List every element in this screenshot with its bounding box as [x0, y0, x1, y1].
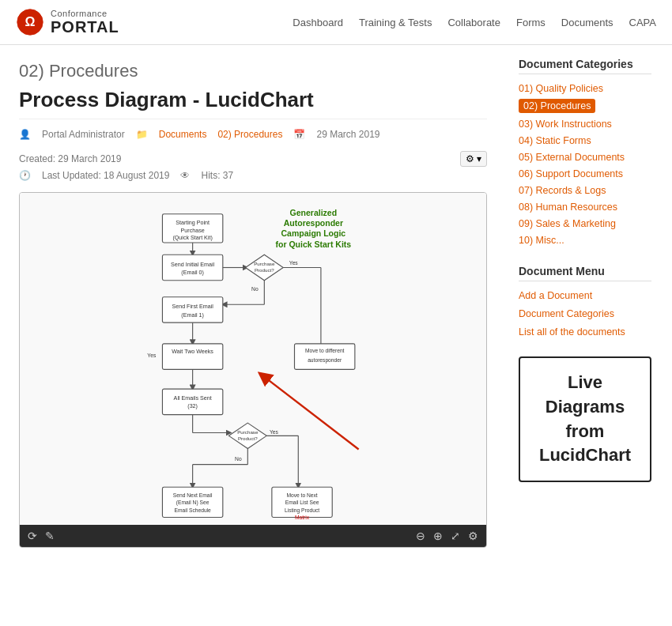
sidebar: Document Categories 01) Quality Policies…	[506, 45, 664, 564]
subfolder-link[interactable]: 02) Procedures	[217, 129, 282, 140]
settings-button[interactable]: ⚙ ▾	[460, 151, 487, 167]
svg-text:for Quick Start Kits: for Quick Start Kits	[276, 239, 352, 249]
svg-text:Listing Product: Listing Product	[285, 507, 319, 514]
meta-row-2: 🕐 Last Updated: 18 August 2019 👁 Hits: 3…	[19, 170, 487, 181]
svg-text:Send First Email: Send First Email	[172, 304, 213, 310]
meta-row-1: 👤 Portal Administrator 📁 Documents 02) P…	[19, 129, 487, 167]
category-link-8[interactable]: 08) Human Resources	[519, 202, 617, 213]
category-link-5[interactable]: 05) External Documents	[519, 152, 625, 163]
clock-icon: 🕐	[19, 170, 31, 181]
svg-text:(Quick Start Kit): (Quick Start Kit)	[172, 235, 212, 241]
date-posted: 29 March 2019	[316, 129, 379, 140]
category-item-3: 03) Work Instructions	[519, 118, 651, 130]
logo-portal: PORTAL	[51, 18, 119, 36]
svg-text:Move to different: Move to different	[305, 348, 345, 353]
svg-text:(Email 1): (Email 1)	[181, 312, 204, 319]
category-item-6: 06) Support Documents	[519, 168, 651, 179]
svg-rect-29	[162, 344, 222, 369]
zoom-in-icon[interactable]: ⊕	[433, 530, 443, 542]
zoom-out-icon[interactable]: ⊖	[416, 530, 425, 542]
author-icon: 👤	[19, 129, 31, 140]
folder-link[interactable]: Documents	[159, 129, 207, 140]
author-name: Portal Administrator	[42, 129, 125, 140]
svg-text:No: No	[251, 286, 259, 292]
svg-text:Purchase: Purchase	[181, 228, 205, 234]
categories-list: 01) Quality Policies 02) Procedures 03) …	[519, 82, 651, 246]
category-link-9[interactable]: 09) Sales & Marketing	[519, 218, 616, 229]
category-link-1[interactable]: 01) Quality Policies	[519, 83, 603, 94]
nav-forms[interactable]: Forms	[516, 17, 546, 28]
category-link-7[interactable]: 07) Records & Logs	[519, 185, 606, 196]
page-title: Process Diagram - LucidChart	[19, 88, 487, 119]
nav-training[interactable]: Training & Tests	[359, 17, 432, 28]
svg-text:Autoresponder: Autoresponder	[284, 218, 343, 228]
logo-area: Ω Conformance PORTAL	[16, 8, 119, 36]
svg-rect-35	[162, 389, 222, 414]
diagram-inner: Generalized Autoresponder Campaign Logic…	[20, 193, 486, 525]
svg-text:Purchase: Purchase	[254, 261, 275, 266]
created-label: Created: 29 March 2019	[19, 153, 121, 164]
svg-text:No: No	[235, 456, 242, 462]
main-layout: 02) Procedures Process Diagram - LucidCh…	[0, 45, 672, 564]
svg-text:Yes: Yes	[270, 429, 279, 435]
flowchart-svg: Generalized Autoresponder Campaign Logic…	[20, 193, 486, 525]
fullscreen-icon[interactable]: ⤢	[451, 530, 460, 542]
eye-icon: 👁	[180, 170, 190, 181]
svg-text:Yes: Yes	[147, 353, 157, 358]
svg-text:(Email N) See: (Email N) See	[176, 500, 210, 506]
doc-categories-title: Document Categories	[519, 58, 651, 74]
nav-dashboard[interactable]: Dashboard	[293, 17, 343, 28]
edit-icon[interactable]: ✎	[45, 530, 55, 542]
diagram-settings-icon[interactable]: ⚙	[468, 530, 478, 542]
category-item-1: 01) Quality Policies	[519, 82, 651, 94]
header: Ω Conformance PORTAL Dashboard Training …	[0, 0, 672, 45]
toolbar-left: ⟳ ✎	[28, 530, 55, 542]
svg-text:Send Initial Email: Send Initial Email	[171, 262, 215, 268]
callout-box: Live Diagrams from LucidChart	[519, 356, 651, 482]
svg-text:(Email 0): (Email 0)	[181, 270, 204, 276]
callout-line4: LucidChart	[539, 445, 631, 465]
category-link-3[interactable]: 03) Work Instructions	[519, 119, 612, 130]
nav-collaborate[interactable]: Collaborate	[447, 17, 500, 28]
category-item-2: 02) Procedures	[519, 99, 651, 113]
menu-item-3: List all of the documents	[519, 326, 651, 338]
svg-text:Email List See: Email List See	[285, 500, 319, 505]
doc-menu-list: Add a Document Document Categories List …	[519, 289, 651, 338]
menu-link-2[interactable]: Document Categories	[519, 308, 614, 319]
main-nav: Dashboard Training & Tests Collaborate F…	[293, 17, 656, 28]
category-item-10: 10) Misc...	[519, 234, 651, 246]
svg-text:autoresponder: autoresponder	[308, 357, 342, 364]
menu-link-3[interactable]: List all of the documents	[519, 326, 625, 338]
svg-text:Matrix: Matrix	[295, 515, 310, 520]
svg-text:All Emails Sent: All Emails Sent	[174, 395, 212, 402]
svg-text:Product?: Product?	[238, 436, 258, 441]
nav-capa[interactable]: CAPA	[629, 17, 656, 28]
category-item-7: 07) Records & Logs	[519, 184, 651, 196]
svg-text:Campaign Logic: Campaign Logic	[281, 228, 346, 238]
category-item-8: 08) Human Resources	[519, 201, 651, 213]
svg-text:Purchase: Purchase	[237, 429, 259, 435]
date-icon: 📅	[293, 129, 305, 140]
doc-menu-section: Document Menu Add a Document Document Ca…	[519, 265, 651, 338]
doc-categories-section: Document Categories 01) Quality Policies…	[519, 58, 651, 246]
svg-text:Starting Point: Starting Point	[176, 220, 210, 226]
diagram-toolbar: ⟳ ✎ ⊖ ⊕ ⤢ ⚙	[20, 525, 486, 547]
category-item-9: 09) Sales & Marketing	[519, 217, 651, 229]
svg-text:Yes: Yes	[289, 260, 299, 266]
category-link-6[interactable]: 06) Support Documents	[519, 168, 623, 179]
toolbar-right: ⊖ ⊕ ⤢ ⚙	[416, 530, 478, 542]
share-icon[interactable]: ⟳	[28, 530, 37, 542]
category-link-2[interactable]: 02) Procedures	[519, 99, 595, 113]
folder-icon: 📁	[136, 129, 148, 140]
svg-text:Generalized: Generalized	[290, 208, 338, 217]
content-area: 02) Procedures Process Diagram - LucidCh…	[0, 45, 506, 564]
logo-icon: Ω	[16, 8, 44, 36]
hits: Hits: 37	[201, 170, 233, 181]
callout-line3: from	[566, 421, 605, 441]
category-link-10[interactable]: 10) Misc...	[519, 235, 564, 246]
nav-documents[interactable]: Documents	[561, 17, 613, 28]
category-link-4[interactable]: 04) Static Forms	[519, 135, 591, 146]
menu-item-1: Add a Document	[519, 289, 651, 301]
menu-link-1[interactable]: Add a Document	[519, 290, 592, 301]
page-category: 02) Procedures	[19, 61, 487, 81]
